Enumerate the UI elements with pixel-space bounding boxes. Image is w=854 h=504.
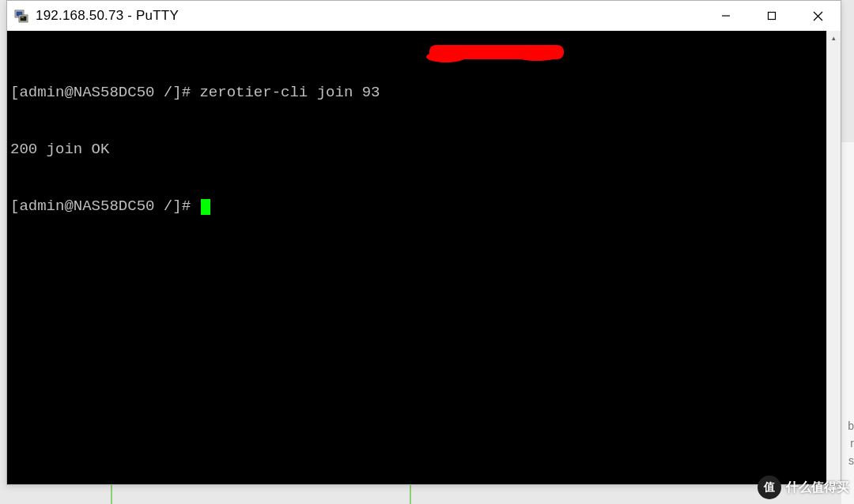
putty-icon xyxy=(13,8,29,24)
window-controls xyxy=(703,1,841,31)
shell-prompt: [admin@NAS58DC50 /]# xyxy=(10,84,199,101)
scroll-up-arrow-icon[interactable]: ▴ xyxy=(827,31,841,45)
close-button[interactable] xyxy=(795,1,841,31)
maximize-button[interactable] xyxy=(749,1,795,31)
background-text: b xyxy=(848,417,854,434)
background-text: r xyxy=(850,434,854,452)
shell-prompt: [admin@NAS58DC50 /]# xyxy=(10,197,199,215)
watermark: 值 什么值得买 xyxy=(758,476,849,499)
terminal[interactable]: [admin@NAS58DC50 /]# zerotier-cli join 9… xyxy=(7,31,826,484)
terminal-line: [admin@NAS58DC50 /]# xyxy=(10,197,820,216)
watermark-text: 什么值得买 xyxy=(786,480,849,496)
redaction-mark xyxy=(426,51,466,62)
minimize-button[interactable] xyxy=(703,1,749,31)
putty-window: 192.168.50.73 - PuTTY [admin@NAS58DC50 /… xyxy=(6,0,841,485)
svg-rect-3 xyxy=(21,17,27,21)
window-title: 192.168.50.73 - PuTTY xyxy=(36,8,703,24)
vertical-scrollbar[interactable]: ▴ xyxy=(826,31,841,484)
svg-rect-6 xyxy=(769,13,776,20)
shell-command: zerotier-cli join 93 xyxy=(199,84,380,101)
watermark-badge-icon: 值 xyxy=(758,476,781,499)
background-text: s xyxy=(848,452,854,469)
redaction-mark xyxy=(429,45,564,59)
titlebar[interactable]: 192.168.50.73 - PuTTY xyxy=(7,1,841,31)
terminal-cursor xyxy=(201,199,210,215)
terminal-line: 200 join OK xyxy=(10,140,820,159)
redaction-mark xyxy=(513,48,561,61)
terminal-line: [admin@NAS58DC50 /]# zerotier-cli join 9… xyxy=(10,83,820,102)
background-border xyxy=(111,485,411,504)
terminal-container: [admin@NAS58DC50 /]# zerotier-cli join 9… xyxy=(7,31,841,484)
